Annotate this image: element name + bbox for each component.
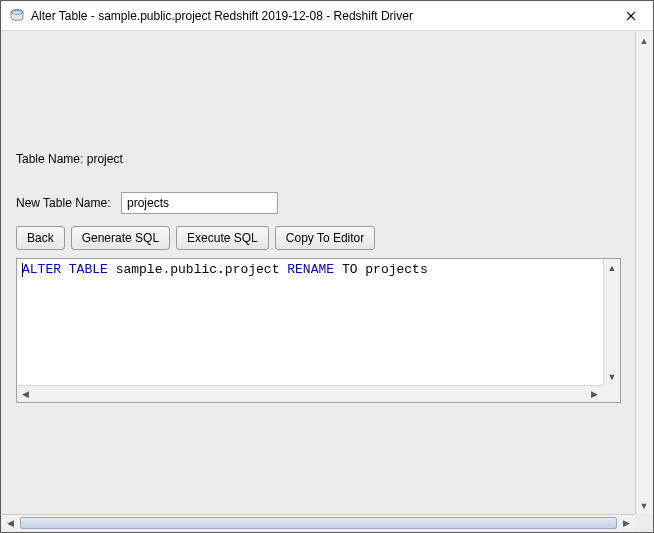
title-bar: Alter Table - sample.public.project Reds…: [1, 1, 653, 31]
copy-to-editor-button[interactable]: Copy To Editor: [275, 226, 376, 250]
button-row: Back Generate SQL Execute SQL Copy To Ed…: [16, 226, 621, 250]
sql-horizontal-scrollbar[interactable]: ◀ ▶: [17, 385, 603, 402]
scroll-up-icon[interactable]: ▲: [636, 32, 652, 49]
new-table-name-label: New Table Name:: [16, 196, 121, 210]
scroll-right-icon[interactable]: ▶: [618, 515, 635, 531]
sql-text: TO: [334, 262, 365, 277]
table-name-row: Table Name: project: [16, 152, 621, 166]
app-icon: [9, 8, 25, 24]
sql-vertical-scrollbar[interactable]: ▲ ▼: [603, 259, 620, 385]
scroll-up-icon[interactable]: ▲: [604, 259, 620, 276]
new-table-name-row: New Table Name:: [16, 192, 621, 214]
scroll-left-icon[interactable]: ◀: [17, 386, 34, 402]
scroll-down-icon[interactable]: ▼: [604, 368, 620, 385]
sql-ident: projects: [365, 262, 427, 277]
outer-horizontal-scrollbar[interactable]: ◀ ▶: [2, 514, 635, 531]
sql-preview-panel: ALTER TABLE sample.public.project RENAME…: [16, 258, 621, 403]
sql-ident: sample.public.project: [108, 262, 287, 277]
client-area: Table Name: project New Table Name: Back…: [1, 31, 653, 532]
new-table-name-input[interactable]: [121, 192, 278, 214]
scroll-corner: [603, 385, 620, 402]
sql-text-area[interactable]: ALTER TABLE sample.public.project RENAME…: [17, 259, 603, 385]
back-button[interactable]: Back: [16, 226, 65, 250]
scroll-right-icon[interactable]: ▶: [586, 386, 603, 402]
generate-sql-button[interactable]: Generate SQL: [71, 226, 170, 250]
sql-keyword: RENAME: [287, 262, 334, 277]
content-panel: Table Name: project New Table Name: Back…: [2, 32, 635, 514]
window-title: Alter Table - sample.public.project Reds…: [31, 9, 608, 23]
close-button[interactable]: [608, 1, 653, 30]
scroll-thumb[interactable]: [20, 517, 617, 529]
scroll-left-icon[interactable]: ◀: [2, 515, 19, 531]
execute-sql-button[interactable]: Execute SQL: [176, 226, 269, 250]
outer-vertical-scrollbar[interactable]: ▲ ▼: [635, 32, 652, 514]
scroll-down-icon[interactable]: ▼: [636, 497, 652, 514]
sql-keyword: ALTER TABLE: [22, 262, 108, 277]
table-name-label: Table Name:: [16, 152, 83, 166]
table-name-value: project: [87, 152, 123, 166]
